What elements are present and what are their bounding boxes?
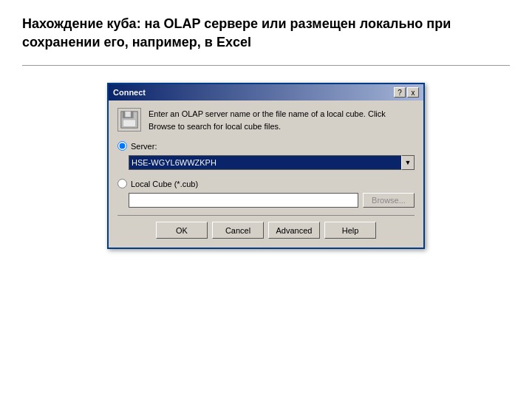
close-button[interactable]: x	[407, 87, 419, 98]
local-cube-input-row: Browse...	[129, 193, 415, 208]
ok-button[interactable]: OK	[156, 222, 208, 239]
connect-dialog: Connect ? x	[107, 83, 425, 249]
footer-separator	[117, 215, 415, 216]
advanced-button[interactable]: Advanced	[268, 222, 320, 239]
cancel-button[interactable]: Cancel	[212, 222, 264, 239]
server-label[interactable]: Server:	[131, 142, 157, 151]
floppy-disk-svg	[119, 110, 140, 129]
svg-rect-2	[125, 112, 130, 117]
floppy-icon	[117, 108, 141, 132]
info-text: Enter an OLAP server name or the file na…	[149, 108, 415, 132]
server-combo-arrow[interactable]: ▼	[401, 155, 415, 170]
heading-divider	[22, 65, 510, 66]
local-cube-radio-row: Local Cube (*.cub)	[117, 179, 415, 188]
browse-button[interactable]: Browse...	[363, 193, 415, 208]
server-radio[interactable]	[117, 141, 127, 151]
dialog-title: Connect	[113, 88, 146, 97]
dialog-footer: OK Cancel Advanced Help	[117, 222, 415, 239]
local-cube-input[interactable]	[129, 193, 358, 208]
help-footer-button[interactable]: Help	[324, 222, 376, 239]
info-row: Enter an OLAP server name or the file na…	[117, 108, 415, 132]
server-input[interactable]	[129, 155, 401, 170]
dialog-controls: ? x	[394, 87, 419, 98]
page-heading: Нахождение куба: на OLAP сервере или раз…	[22, 15, 510, 52]
dialog-wrapper: Connect ? x	[22, 79, 510, 249]
page-content: Нахождение куба: на OLAP сервере или раз…	[0, 0, 532, 256]
dialog-body: Enter an OLAP server name or the file na…	[109, 100, 423, 248]
local-cube-label[interactable]: Local Cube (*.cub)	[131, 180, 198, 188]
svg-rect-3	[123, 120, 136, 126]
server-combo-row: ▼	[129, 155, 415, 170]
server-radio-row: Server:	[117, 141, 415, 151]
help-button[interactable]: ?	[394, 87, 406, 98]
local-cube-radio[interactable]	[117, 179, 127, 188]
dialog-titlebar: Connect ? x	[109, 84, 423, 100]
